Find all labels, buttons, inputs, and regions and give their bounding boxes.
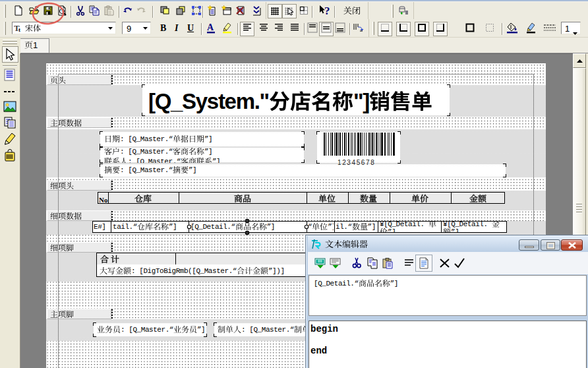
svg-text:t: t xyxy=(18,26,20,33)
svg-text:A: A xyxy=(207,22,214,32)
svg-text:?: ? xyxy=(324,5,330,16)
